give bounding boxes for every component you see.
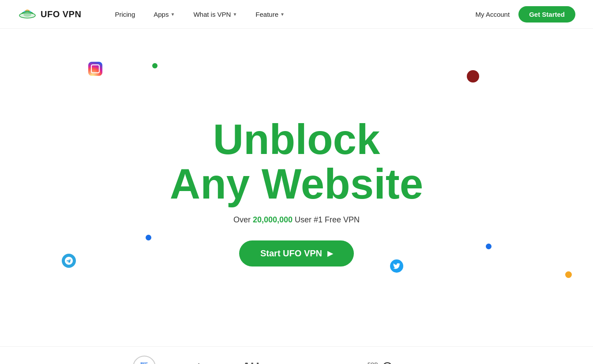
navbar: UFO VPN Pricing Apps ▼ What is VPN ▼ Fea… — [0, 0, 593, 29]
subtext-before: Over — [233, 215, 253, 224]
best-vpn-badge-icon: BEST VPN CHOICE — [133, 356, 156, 364]
dot-orange — [565, 271, 572, 278]
logo-link[interactable]: UFO VPN — [18, 8, 81, 21]
headline-line2: Any Website — [170, 160, 423, 207]
nav-links: Pricing Apps ▼ What is VPN ▼ Feature ▼ — [108, 7, 475, 22]
nav-right: My Account Get Started — [476, 6, 575, 23]
for-label: FOR — [368, 362, 381, 364]
brand-beebom: Beebom — [182, 362, 216, 364]
brand-vpn-india: VPN FOR INDIA — [352, 362, 392, 364]
brand-best-vpn: BEST VPN CHOICE — [133, 356, 156, 364]
beebom-label: Beebom — [182, 362, 216, 364]
dot-blue-mid — [146, 235, 151, 240]
dot-blue-right — [486, 244, 492, 249]
feature-chevron-icon: ▼ — [280, 12, 285, 17]
get-started-button[interactable]: Get Started — [518, 6, 575, 23]
brand-ah: AH — [242, 360, 259, 364]
nav-feature[interactable]: Feature ▼ — [248, 7, 292, 22]
nav-what-is-vpn[interactable]: What is VPN ▼ — [186, 7, 244, 22]
apps-chevron-icon: ▼ — [170, 12, 175, 17]
svg-point-2 — [23, 12, 31, 17]
hero-cta-button[interactable]: Start UFO VPN ▶ — [239, 240, 354, 266]
nav-pricing[interactable]: Pricing — [108, 7, 142, 22]
dot-dark-red — [467, 70, 479, 83]
hero-subtext: Over 20,000,000 User #1 Free VPN — [233, 215, 360, 225]
india-circle-icon — [383, 362, 392, 364]
what-is-vpn-chevron-icon: ▼ — [233, 12, 237, 17]
dot-green-small — [152, 63, 158, 68]
cta-label: Start UFO VPN — [260, 248, 322, 259]
nav-apps[interactable]: Apps ▼ — [146, 7, 182, 22]
headline-line1: Unblock — [213, 116, 380, 163]
telegram-icon — [62, 254, 76, 268]
logo-text: UFO VPN — [41, 9, 81, 19]
hero-headline: Unblock Any Website — [170, 117, 423, 206]
subtext-after: User #1 Free VPN — [293, 215, 360, 224]
brands-bar: BEST VPN CHOICE Beebom AH Techforpc.com … — [0, 346, 593, 364]
subtext-number: 20,000,000 — [253, 215, 293, 224]
ah-label: AH — [242, 360, 259, 364]
cta-arrow-icon: ▶ — [327, 249, 333, 258]
hero-section: Unblock Any Website Over 20,000,000 User… — [0, 29, 593, 346]
twitter-icon — [390, 259, 403, 273]
my-account-link[interactable]: My Account — [476, 11, 510, 18]
instagram-icon — [88, 62, 102, 76]
logo-icon — [18, 8, 37, 21]
